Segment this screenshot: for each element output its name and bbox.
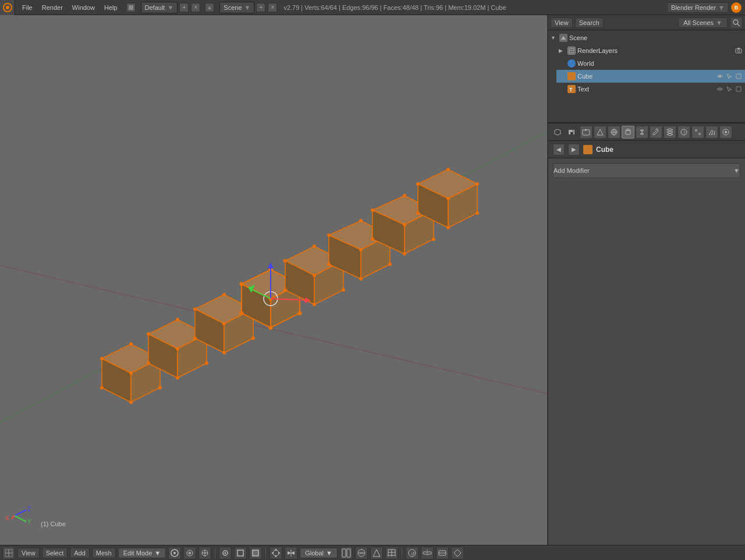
snap-icon-btn[interactable] bbox=[269, 547, 282, 559]
scene-label: Scene bbox=[569, 34, 743, 41]
svg-point-141 bbox=[173, 552, 176, 554]
props-subheader: ◀ ▶ Cube bbox=[548, 141, 745, 158]
proportional-icon-btn[interactable] bbox=[183, 547, 196, 559]
add-scene-btn[interactable]: + bbox=[256, 3, 265, 12]
view-btn[interactable]: View bbox=[551, 17, 573, 28]
timeline-btn[interactable] bbox=[421, 547, 434, 559]
mirror-icon-btn[interactable] bbox=[285, 547, 297, 559]
viewport-3d[interactable]: User Ortho Meters bbox=[0, 15, 547, 545]
mode-dropdown[interactable]: Edit Mode ▼ bbox=[118, 548, 166, 558]
renderlayers-camera-icon[interactable] bbox=[735, 47, 743, 55]
prop-scene-btn[interactable] bbox=[594, 126, 606, 139]
svg-rect-150 bbox=[237, 550, 243, 556]
text-render-icon[interactable] bbox=[735, 85, 743, 93]
svg-point-48 bbox=[269, 326, 273, 330]
props-object-name: Cube bbox=[596, 146, 613, 154]
remove-scene-btn[interactable]: × bbox=[268, 3, 277, 12]
svg-rect-137 bbox=[9, 550, 12, 553]
help-menu[interactable]: Help bbox=[100, 0, 122, 15]
text-cursor-icon[interactable] bbox=[725, 85, 733, 93]
outliner-text[interactable]: T Text bbox=[556, 83, 745, 95]
overlay-icon-2[interactable] bbox=[355, 547, 368, 559]
svg-point-56 bbox=[313, 244, 316, 248]
select-menu-btn[interactable]: Select bbox=[42, 548, 68, 558]
viewport-icon-btn[interactable] bbox=[2, 547, 15, 559]
svg-point-85 bbox=[476, 211, 479, 215]
props-forward-btn[interactable]: ▶ bbox=[568, 144, 580, 155]
props-back-btn[interactable]: ◀ bbox=[553, 144, 565, 155]
svg-text:↺: ↺ bbox=[411, 551, 415, 557]
svg-point-75 bbox=[432, 238, 435, 241]
cube-visibility-icon[interactable] bbox=[716, 72, 724, 80]
svg-rect-4 bbox=[129, 8, 131, 10]
scene-selector[interactable]: Scene ▼ bbox=[219, 2, 254, 13]
add-modifier-button[interactable]: Add Modifier ▼ bbox=[553, 163, 740, 178]
prop-particles-btn[interactable] bbox=[705, 126, 718, 139]
svg-point-35 bbox=[251, 336, 255, 340]
svg-point-52 bbox=[283, 259, 287, 263]
svg-point-27 bbox=[176, 347, 179, 350]
mesh-menu-btn[interactable]: Mesh bbox=[92, 548, 116, 558]
properties-empty-area bbox=[548, 183, 745, 545]
svg-point-16 bbox=[129, 342, 133, 346]
prop-object-btn[interactable] bbox=[622, 126, 634, 139]
prop-texture-btn[interactable] bbox=[691, 126, 704, 139]
anim-btn[interactable] bbox=[436, 547, 449, 559]
world-label: World bbox=[577, 60, 743, 67]
window-menu[interactable]: Window bbox=[68, 0, 100, 15]
global-dropdown[interactable]: Global ▼ bbox=[300, 548, 338, 558]
blender-version-icon: B bbox=[731, 2, 742, 13]
props-nav-right[interactable] bbox=[566, 126, 577, 138]
cube-cursor-icon[interactable] bbox=[725, 72, 733, 80]
add-workspace-btn[interactable]: + bbox=[179, 3, 189, 12]
pivot-icon-btn[interactable] bbox=[168, 547, 181, 559]
prop-physics-btn[interactable] bbox=[719, 126, 732, 139]
render-engine-selector[interactable]: Blender Render ▼ bbox=[667, 2, 729, 13]
prop-render-btn[interactable] bbox=[580, 126, 593, 139]
transform-icon-btn[interactable] bbox=[198, 547, 211, 559]
grid-btn[interactable] bbox=[385, 547, 398, 559]
svg-rect-138 bbox=[5, 553, 9, 557]
render-menu[interactable]: Render bbox=[37, 0, 68, 15]
select-mode-face-btn[interactable] bbox=[249, 547, 262, 559]
prop-material-btn[interactable] bbox=[677, 126, 690, 139]
overlay-icon-1[interactable] bbox=[340, 547, 353, 559]
prop-modifier-btn[interactable] bbox=[650, 126, 662, 139]
cube-icon-outliner bbox=[567, 72, 576, 80]
file-menu[interactable]: File bbox=[17, 0, 37, 15]
prop-data-btn[interactable] bbox=[664, 126, 676, 139]
svg-point-14 bbox=[100, 386, 104, 389]
render-overlay-btn[interactable] bbox=[370, 547, 383, 559]
global-dropdown-arrow: ▼ bbox=[326, 550, 332, 557]
svg-point-28 bbox=[176, 376, 179, 380]
view-menu-btn[interactable]: View bbox=[17, 548, 40, 558]
all-scenes-dropdown[interactable]: All Scenes ▼ bbox=[678, 17, 728, 28]
outliner-cube[interactable]: Cube bbox=[556, 70, 745, 83]
keying-btn[interactable] bbox=[451, 547, 464, 559]
select-mode-vertex-btn[interactable] bbox=[219, 547, 232, 559]
cube-icons-right bbox=[716, 72, 743, 80]
outliner-world[interactable]: World bbox=[556, 57, 745, 70]
playback-btn[interactable]: ↺ bbox=[406, 547, 418, 559]
outliner-search-icon[interactable] bbox=[730, 17, 743, 29]
svg-text:X: X bbox=[5, 515, 9, 522]
blender-logo bbox=[0, 0, 15, 15]
select-mode-edge-btn[interactable] bbox=[234, 547, 247, 559]
outliner-scene[interactable]: ▼ Scene bbox=[548, 31, 745, 44]
remove-workspace-btn[interactable]: × bbox=[191, 3, 200, 12]
text-visibility-icon[interactable] bbox=[716, 85, 724, 93]
outliner-renderlayers[interactable]: ▶ RenderLayers bbox=[556, 44, 745, 57]
svg-rect-5 bbox=[131, 8, 133, 10]
prop-world-btn[interactable] bbox=[608, 126, 620, 139]
cube-render-icon[interactable] bbox=[735, 72, 743, 80]
properties-header bbox=[548, 123, 745, 141]
workspace-selector[interactable]: Default ▼ bbox=[141, 2, 178, 13]
divider-3 bbox=[402, 548, 402, 558]
props-nav-left[interactable] bbox=[552, 126, 563, 138]
prop-constraints-btn[interactable] bbox=[636, 126, 648, 139]
search-btn-outliner[interactable]: Search bbox=[575, 17, 604, 28]
svg-point-108 bbox=[737, 50, 740, 52]
svg-rect-125 bbox=[698, 129, 701, 132]
svg-point-62 bbox=[327, 233, 331, 237]
add-menu-btn[interactable]: Add bbox=[70, 548, 90, 558]
